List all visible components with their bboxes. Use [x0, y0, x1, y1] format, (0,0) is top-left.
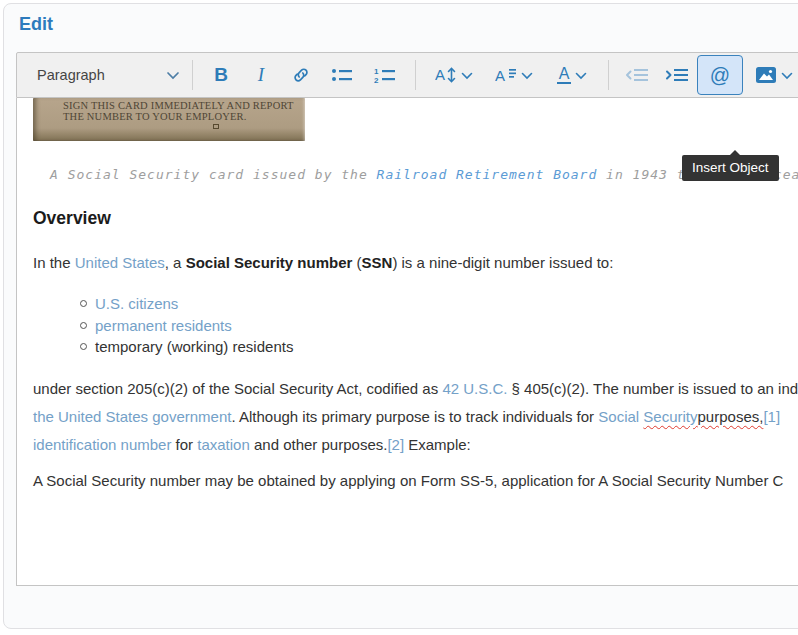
- inline-link[interactable]: [1]: [763, 408, 780, 425]
- list-item: U.S. citizens: [95, 293, 798, 315]
- list-item: temporary (working) residents: [95, 336, 798, 358]
- eligibility-list: U.S. citizens permanent residents tempor…: [33, 293, 798, 358]
- card-image-square-mark: [213, 124, 219, 129]
- inline-link[interactable]: Railroad Retirement Board: [377, 167, 598, 182]
- toolbar-divider: [415, 60, 416, 90]
- bold-button[interactable]: B: [201, 56, 241, 94]
- inline-link[interactable]: Security: [643, 408, 697, 425]
- toolbar-divider: [608, 60, 609, 90]
- list-item: permanent residents: [95, 315, 798, 337]
- text-segment: for: [171, 436, 197, 453]
- numbered-list-button[interactable]: 1 2: [363, 56, 407, 94]
- insert-image-dropdown[interactable]: [743, 56, 798, 94]
- overview-heading: Overview: [33, 208, 798, 229]
- outdent-icon: [625, 66, 649, 84]
- social-security-card-image[interactable]: SIGN THIS CARD IMMEDIATELY AND REPORT TH…: [33, 98, 305, 141]
- inline-link[interactable]: taxation: [197, 436, 250, 453]
- tooltip-label: Insert Object: [692, 160, 769, 175]
- bulleted-list-button[interactable]: [321, 56, 363, 94]
- text-segment: In the: [33, 254, 75, 271]
- insert-object-button[interactable]: @: [697, 55, 743, 95]
- body-paragraph: under section 205(c)(2) of the Social Se…: [33, 375, 798, 459]
- text-segment: (: [352, 254, 361, 271]
- image-icon: [755, 65, 777, 85]
- chevron-down-icon: [781, 71, 793, 80]
- paragraph-style-label: Paragraph: [37, 67, 105, 83]
- numbered-list-icon: 1 2: [374, 66, 396, 84]
- bulleted-list-icon: [331, 66, 353, 84]
- inline-link[interactable]: identification number: [33, 436, 171, 453]
- closing-paragraph: A Social Security number may be obtained…: [33, 472, 798, 489]
- editor-toolbar: Paragraph B I: [16, 52, 798, 98]
- svg-text:2: 2: [374, 76, 379, 84]
- text-segment: ) is a nine-digit number issued to:: [392, 254, 613, 271]
- body-line: the United States government. Although i…: [33, 403, 798, 431]
- svg-text:A: A: [435, 66, 445, 83]
- text-segment: SSN: [362, 254, 393, 271]
- text-segment: Social Security number: [186, 254, 353, 271]
- card-image-text-line1: SIGN THIS CARD IMMEDIATELY AND REPORT: [63, 100, 305, 111]
- font-color-dropdown[interactable]: A: [544, 56, 600, 94]
- inline-link[interactable]: permanent residents: [95, 317, 232, 334]
- list-item-label: temporary (working) residents: [95, 338, 293, 355]
- bold-icon: B: [214, 64, 228, 86]
- text-segment: . Although its primary purpose is to tra…: [231, 408, 598, 425]
- page-title: Edit: [19, 14, 798, 35]
- editor-content[interactable]: SIGN THIS CARD IMMEDIATELY AND REPORT TH…: [16, 98, 798, 586]
- link-icon: [291, 65, 311, 85]
- text-segment: A Social Security card issued by the: [50, 167, 377, 182]
- italic-icon: I: [258, 64, 264, 86]
- font-color-icon: A: [557, 66, 572, 84]
- font-size-dropdown[interactable]: A: [484, 56, 544, 94]
- edit-panel: Edit Paragraph B I: [3, 3, 798, 629]
- chevron-down-icon: [461, 71, 473, 80]
- italic-button[interactable]: I: [241, 56, 281, 94]
- toolbar-divider: [192, 60, 193, 90]
- chevron-down-icon: [166, 70, 180, 80]
- tooltip-arrow: [729, 150, 741, 156]
- line-height-dropdown[interactable]: A: [424, 56, 484, 94]
- text-segment: § 405(c)(2). The number is issued to an …: [507, 380, 798, 397]
- outdent-button[interactable]: [617, 56, 657, 94]
- chevron-down-icon: [575, 71, 587, 80]
- link-button[interactable]: [281, 56, 321, 94]
- at-icon: @: [710, 64, 730, 87]
- card-image-text-line2: THE NUMBER TO YOUR EMPLOYER.: [63, 111, 305, 122]
- inline-link[interactable]: U.S. citizens: [95, 295, 178, 312]
- text-segment: and other purposes.: [250, 436, 388, 453]
- indent-button[interactable]: [657, 56, 697, 94]
- intro-paragraph: In the United States, a Social Security …: [33, 254, 798, 271]
- inline-link[interactable]: Social: [598, 408, 643, 425]
- svg-text:1: 1: [374, 67, 379, 76]
- text-segment: under section 205(c)(2) of the Social Se…: [33, 380, 442, 397]
- svg-text:A: A: [495, 67, 505, 84]
- chevron-down-icon: [521, 71, 533, 80]
- inline-link[interactable]: [2]: [387, 436, 404, 453]
- indent-icon: [665, 66, 689, 84]
- body-line: identification number for taxation and o…: [33, 431, 798, 459]
- inline-link[interactable]: United States: [75, 254, 165, 271]
- text-segment: , a: [165, 254, 186, 271]
- inline-link[interactable]: the United States government: [33, 408, 231, 425]
- insert-object-tooltip: Insert Object: [682, 155, 779, 181]
- text-segment: Example:: [404, 436, 471, 453]
- line-height-icon: A: [435, 66, 457, 84]
- text-segment: purposes,: [698, 408, 764, 425]
- paragraph-style-dropdown[interactable]: Paragraph: [33, 58, 184, 92]
- font-size-icon: A: [495, 66, 517, 84]
- inline-link[interactable]: 42 U.S.C.: [442, 380, 507, 397]
- rich-text-editor: Paragraph B I: [16, 52, 798, 586]
- body-line: under section 205(c)(2) of the Social Se…: [33, 375, 798, 403]
